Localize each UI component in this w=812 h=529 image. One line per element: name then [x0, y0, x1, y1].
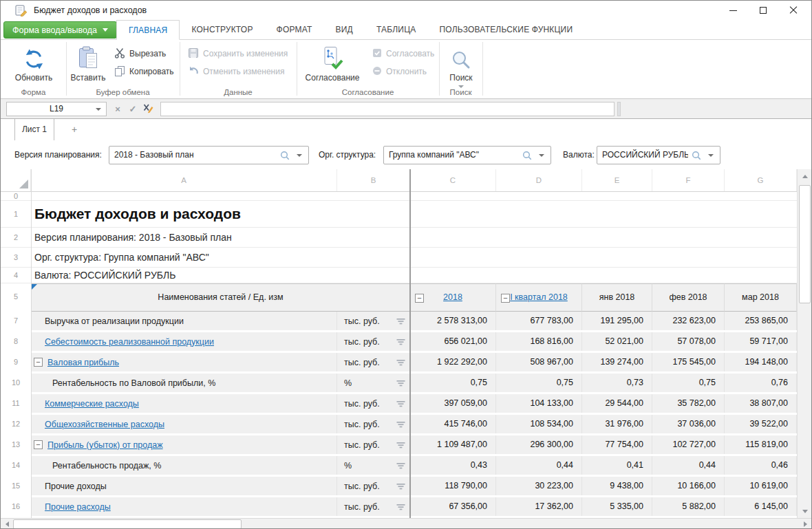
tab-user-functions[interactable]: ПОЛЬЗОВАТЕЛЬСКИЕ ФУНКЦИИ: [427, 20, 584, 40]
quarter-link[interactable]: I квартал 2018: [510, 292, 568, 302]
value-cell[interactable]: 57 078,00: [652, 332, 725, 351]
filter-icon[interactable]: [396, 380, 405, 389]
article-cell[interactable]: Выручка от реализации продукции: [31, 312, 337, 330]
value-cell[interactable]: 397 059,00: [410, 394, 496, 413]
value-cell[interactable]: 6 145,00: [725, 497, 797, 516]
row-header[interactable]: 13: [1, 435, 31, 454]
column-header[interactable]: B: [337, 169, 410, 191]
cell[interactable]: Орг. структура: Группа компаний "АВС": [31, 248, 797, 267]
scroll-left-button[interactable]: [1, 519, 13, 529]
month-header-cell[interactable]: мар 2018: [725, 283, 797, 312]
filter-icon[interactable]: [396, 504, 405, 513]
value-cell[interactable]: 67 356,00: [410, 497, 496, 516]
value-cell[interactable]: 0,43: [410, 456, 496, 475]
value-cell[interactable]: 2 578 313,00: [410, 312, 496, 330]
value-cell[interactable]: 10 166,00: [652, 477, 725, 495]
unit-cell[interactable]: тыс. руб.: [337, 477, 410, 495]
value-cell[interactable]: 108 534,00: [496, 415, 582, 433]
value-cell[interactable]: 30 223,00: [496, 477, 582, 495]
month-header-cell[interactable]: янв 2018: [582, 283, 652, 312]
app-menu-button[interactable]: Форма ввода/вывода: [3, 21, 117, 39]
unit-cell[interactable]: тыс. руб.: [337, 332, 410, 351]
scroll-up-button[interactable]: [798, 169, 812, 183]
month-header-cell[interactable]: фев 2018: [652, 283, 725, 312]
value-cell[interactable]: 0,46: [725, 456, 797, 475]
article-link[interactable]: Общехозяйственные расходы: [45, 420, 164, 429]
filter-icon[interactable]: [396, 483, 405, 493]
article-cell[interactable]: Рентабельность по Валовой прибыли, %: [31, 374, 337, 392]
filter-icon[interactable]: [396, 400, 405, 410]
value-cell[interactable]: 175 545,00: [652, 353, 725, 371]
row-header[interactable]: 11: [1, 394, 31, 413]
value-cell[interactable]: 296 300,00: [496, 435, 582, 454]
filter-icon[interactable]: [396, 421, 405, 431]
value-cell[interactable]: 0,76: [725, 374, 797, 392]
value-cell[interactable]: 508 967,00: [496, 353, 582, 371]
filter-icon[interactable]: [396, 338, 405, 348]
chevron-down-icon[interactable]: [297, 154, 302, 157]
value-cell[interactable]: 9 438,00: [582, 477, 652, 495]
value-cell[interactable]: 0,75: [496, 374, 582, 392]
article-link[interactable]: Прибыль (убыток) от продаж: [47, 440, 163, 450]
tab-konstruktor[interactable]: КОНСТРУКТОР: [180, 20, 264, 40]
currency-filter-combo[interactable]: РОССИЙСКИЙ РУБЛЬ: [597, 146, 720, 164]
article-link[interactable]: Валовая прибыль: [47, 358, 119, 367]
unit-cell[interactable]: %: [337, 374, 410, 392]
collapse-icon[interactable]: −: [501, 294, 510, 303]
value-cell[interactable]: 0,75: [410, 374, 496, 392]
value-cell[interactable]: 191 295,00: [582, 312, 652, 330]
value-cell[interactable]: 17 362,00: [496, 497, 582, 516]
article-link[interactable]: Коммерческие расходы: [45, 399, 139, 409]
formula-bar-splitter[interactable]: [617, 102, 621, 116]
article-cell[interactable]: −Прибыль (убыток) от продаж: [31, 435, 337, 454]
value-cell[interactable]: 168 816,00: [496, 332, 582, 351]
article-cell[interactable]: Общехозяйственные расходы: [31, 415, 337, 433]
article-cell[interactable]: Себестоимость реализованной продукции: [31, 332, 337, 351]
value-cell[interactable]: 102 727,00: [652, 435, 725, 454]
formula-input[interactable]: [160, 102, 615, 116]
row-header[interactable]: 16: [1, 497, 31, 516]
value-cell[interactable]: 0,44: [496, 456, 582, 475]
quarter-header-cell[interactable]: − I квартал 2018: [496, 283, 582, 312]
search-icon[interactable]: [280, 151, 290, 164]
scroll-right-button[interactable]: [798, 519, 812, 529]
unit-cell[interactable]: тыс. руб.: [337, 435, 410, 454]
cut-button[interactable]: Вырезать: [114, 46, 166, 61]
value-cell[interactable]: 10 619,00: [725, 477, 797, 495]
unit-cell[interactable]: тыс. руб.: [337, 312, 410, 330]
cell[interactable]: [31, 192, 797, 200]
unit-cell[interactable]: тыс. руб.: [337, 415, 410, 433]
row-header[interactable]: 0: [1, 192, 31, 200]
chevron-down-icon[interactable]: [708, 154, 714, 157]
article-link[interactable]: Себестоимость реализованной продукции: [45, 337, 214, 347]
row-header[interactable]: 2: [1, 228, 31, 247]
value-cell[interactable]: 232 623,00: [652, 312, 725, 330]
article-cell[interactable]: Прочие доходы: [31, 477, 337, 495]
approve-button[interactable]: Согласовать: [372, 46, 434, 61]
column-header[interactable]: G: [725, 169, 797, 191]
sheet-tab-list1[interactable]: Лист 1: [14, 119, 54, 140]
search-icon[interactable]: [692, 151, 702, 164]
value-cell[interactable]: 415 746,00: [410, 415, 496, 433]
value-cell[interactable]: 656 021,00: [410, 332, 496, 351]
add-sheet-button[interactable]: +: [64, 119, 85, 140]
value-cell[interactable]: 5 882,00: [652, 497, 725, 516]
filter-icon[interactable]: [396, 359, 405, 369]
value-cell[interactable]: 115 819,00: [725, 435, 797, 454]
copy-button[interactable]: Копировать: [114, 64, 174, 79]
tab-tablitsa[interactable]: ТАБЛИЦА: [365, 20, 428, 40]
row-header[interactable]: 4: [1, 268, 31, 283]
unit-cell[interactable]: тыс. руб.: [337, 497, 410, 516]
minimize-button[interactable]: [718, 1, 748, 20]
value-cell[interactable]: 59 717,00: [725, 332, 797, 351]
unit-cell[interactable]: тыс. руб.: [337, 394, 410, 413]
column-header[interactable]: A: [31, 169, 337, 191]
refresh-button[interactable]: Обновить: [6, 42, 61, 94]
confirm-entry-button[interactable]: ✓: [125, 102, 140, 116]
value-cell[interactable]: 38 807,00: [725, 394, 797, 413]
row-header[interactable]: 1: [1, 201, 31, 227]
paste-button[interactable]: Вставить: [65, 42, 111, 94]
article-cell[interactable]: −Валовая прибыль: [31, 353, 337, 371]
cell[interactable]: Версия планирования: 2018 - Базовый план: [31, 228, 797, 247]
article-link[interactable]: Прочие расходы: [45, 502, 111, 512]
